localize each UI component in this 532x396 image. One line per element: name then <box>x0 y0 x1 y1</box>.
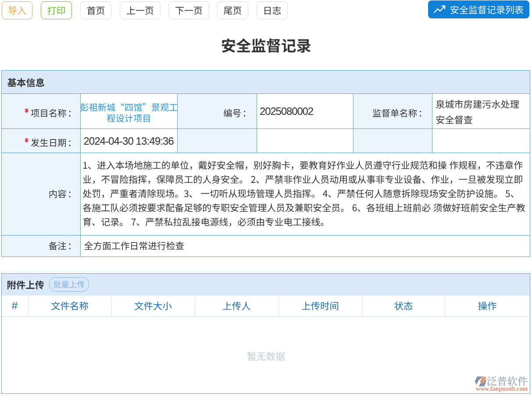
svg-text:2024-04-30 13:49:36: 2024-04-30 13:49:36 <box>83 135 174 147</box>
svg-text:#: # <box>12 300 18 311</box>
svg-text:2025080002: 2025080002 <box>260 105 314 117</box>
svg-text:www.fanpusoft.com: www.fanpusoft.com <box>476 385 528 392</box>
